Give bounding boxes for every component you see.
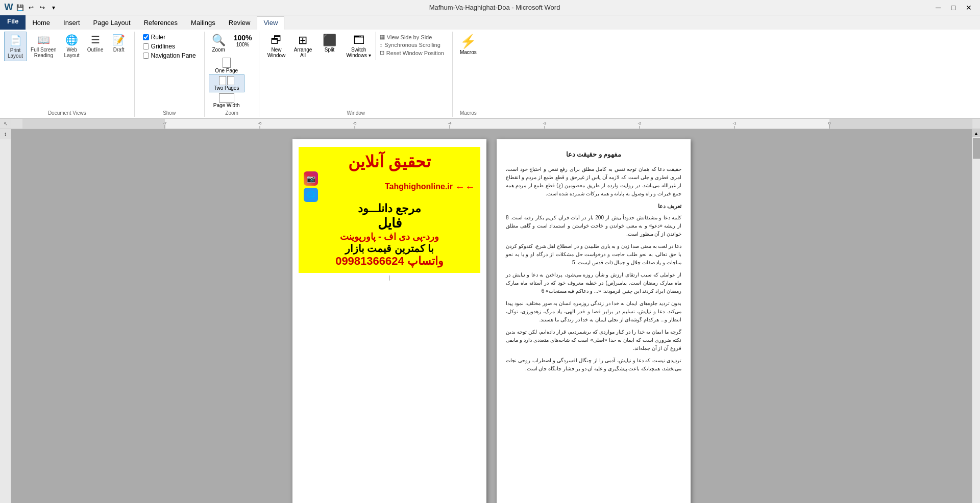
tab-review[interactable]: Review (222, 16, 257, 30)
tab-insert[interactable]: Insert (57, 16, 87, 30)
reset-window-label: Reset Window Position (386, 50, 444, 56)
page1-cursor: | (292, 275, 486, 281)
page2-para7: تردیدی نیست که دعا و نیایش، آدمی را از چ… (506, 357, 681, 373)
title-bar: W 💾 ↩ ↪ ▾ Mafhum-Va-Haghighat-Doa - Micr… (0, 0, 980, 15)
scroll-thumb[interactable] (973, 138, 980, 159)
full-screen-label: Full ScreenReading (31, 47, 57, 58)
minimize-button[interactable]: ─ (931, 3, 945, 13)
document-area[interactable]: تحقیق آنلاین 📷 🌐 ←← Tahghighonline.ir مر… (11, 129, 972, 503)
page2-para2: کلمه دعا و مشتقاتش حدوداً بیش از 200 بار… (506, 214, 681, 238)
banner-title: تحقیق آنلاین (304, 152, 475, 171)
arrange-all-button[interactable]: ⊞ ArrangeAll (290, 32, 315, 60)
new-window-button[interactable]: 🗗 NewWindow (263, 32, 289, 60)
draft-label: Draft (113, 47, 125, 53)
tab-mailings[interactable]: Mailings (184, 16, 222, 30)
page2-title: مفهوم و حقیقت دعا (506, 149, 681, 160)
view-btn-full-screen[interactable]: 📖 Full ScreenReading (28, 32, 60, 60)
two-pages-icon-right (227, 76, 234, 85)
ribbon: File Home Insert Page Layout References … (0, 15, 980, 119)
svg-text:-1: -1 (732, 121, 737, 125)
tab-page-layout[interactable]: Page Layout (87, 16, 137, 30)
zoom-button[interactable]: 🔍 Zoom (209, 32, 229, 55)
ruler-checkbox[interactable] (143, 34, 149, 40)
web-layout-label: WebLayout (64, 47, 80, 58)
sync-scrolling-label: Synchronous Scrolling (384, 42, 440, 48)
view-side-by-side-label: View Side by Side (387, 34, 432, 40)
close-button[interactable]: ✕ (962, 3, 976, 13)
save-icon[interactable]: 💾 (15, 3, 24, 12)
zoom-100-button[interactable]: 100% 100% (231, 32, 255, 55)
redo-icon[interactable]: ↪ (38, 3, 47, 12)
macros-group-label: Macros (457, 109, 480, 117)
one-page-button[interactable]: One Page (209, 57, 244, 74)
web-layout-icon: 🌐 (65, 34, 78, 46)
zoom-icon: 🔍 (212, 34, 226, 47)
right-scrollbar[interactable]: ▲ ▼ (972, 129, 980, 503)
window-label: Window (263, 109, 448, 117)
svg-text:-4: -4 (448, 121, 452, 125)
zoom-100-label: 100% (236, 42, 250, 47)
reset-window-position-item[interactable]: ⊡ Reset Window Position (380, 49, 444, 56)
view-btn-web-layout[interactable]: 🌐 WebLayout (61, 32, 83, 60)
banner-phone-text: 09981366624 واتساپ (304, 255, 475, 268)
switch-windows-button[interactable]: 🗔 SwitchWindows ▾ (343, 32, 374, 60)
show-label: Show (139, 109, 200, 117)
svg-text:-7: -7 (163, 121, 167, 125)
page-view-buttons: One Page Two Pages Page Width (209, 57, 244, 109)
gridlines-checkbox[interactable] (143, 43, 149, 49)
banner-ref-text: مرجع دانلـــود (304, 202, 475, 215)
scroll-up-button[interactable]: ▲ (972, 129, 981, 137)
left-bar-icon[interactable]: ↕ (0, 129, 11, 139)
arrange-all-icon: ⊞ (298, 34, 307, 47)
new-window-label: NewWindow (267, 47, 286, 58)
ruler-corner: ↖ (0, 119, 11, 129)
qa-dropdown-icon[interactable]: ▾ (49, 3, 58, 12)
nav-pane-checkbox[interactable] (143, 53, 149, 59)
split-button[interactable]: ⬛ Split (316, 32, 342, 60)
split-label: Split (325, 47, 334, 53)
undo-icon[interactable]: ↩ (27, 3, 36, 12)
show-items: Ruler Gridlines Navigation Pane (139, 32, 200, 61)
two-pages-button[interactable]: Two Pages (209, 74, 244, 92)
tab-home[interactable]: Home (26, 16, 57, 30)
svg-text:-2: -2 (638, 121, 642, 125)
new-window-icon: 🗗 (271, 34, 282, 47)
two-pages-icon-wrap (219, 76, 234, 85)
zoom-100-icon: 100% (234, 34, 252, 42)
view-btn-outline[interactable]: ☰ Outline (84, 32, 107, 55)
tab-file[interactable]: File (0, 15, 26, 30)
document-views-label: Document Views (4, 109, 130, 117)
page-1: تحقیق آنلاین 📷 🌐 ←← Tahghighonline.ir مر… (292, 139, 486, 503)
group-window: 🗗 NewWindow ⊞ ArrangeAll ⬛ Split 🗔 Switc… (259, 32, 452, 117)
checkbox-gridlines[interactable]: Gridlines (143, 43, 196, 50)
checkbox-ruler[interactable]: Ruler (143, 34, 196, 41)
print-layout-label: PrintLayout (8, 47, 23, 59)
view-side-by-side-item[interactable]: ▦ View Side by Side (380, 34, 444, 40)
arrange-all-label: ArrangeAll (294, 47, 312, 58)
sync-scrolling-item[interactable]: ↕ Synchronous Scrolling (380, 42, 444, 48)
ribbon-tab-bar: File Home Insert Page Layout References … (0, 15, 980, 30)
banner-file-text: فایل (304, 215, 475, 231)
banner-url-row: 📷 🌐 ←← Tahghighonline.ir (304, 171, 475, 202)
window-buttons: 🗗 NewWindow ⊞ ArrangeAll ⬛ Split 🗔 Switc… (263, 32, 448, 60)
view-btn-draft[interactable]: 📝 Draft (108, 32, 130, 55)
page2-section1: تعریف دعا (506, 202, 681, 211)
checkbox-nav-pane[interactable]: Navigation Pane (143, 52, 196, 59)
tab-references[interactable]: References (137, 16, 184, 30)
zoom-items: 🔍 Zoom 100% 100% (209, 32, 255, 55)
maximize-button[interactable]: □ (946, 3, 961, 13)
view-btn-print-layout[interactable]: 📄 PrintLayout (4, 32, 27, 61)
group-document-views: 📄 PrintLayout 📖 Full ScreenReading 🌐 Web… (0, 32, 135, 117)
window-title: Mafhum-Va-Haghighat-Doa - Microsoft Word (58, 4, 931, 11)
tab-view[interactable]: View (257, 16, 284, 30)
macros-button[interactable]: ⚡ Macros (457, 32, 480, 57)
ruler-right-end (972, 119, 980, 129)
page2-para6: گرچه ما ایمان به خدا را در کنار مواردی ک… (506, 328, 681, 353)
group-show: Ruler Gridlines Navigation Pane Show (135, 32, 205, 117)
url-arrow-wrap: ←← Tahghighonline.ir (385, 181, 475, 193)
switch-windows-icon: 🗔 (353, 34, 364, 47)
page-width-button[interactable]: Page Width (209, 92, 244, 109)
sync-scrolling-icon: ↕ (380, 42, 383, 48)
page2-para4: از عواملی که سبب ارتقای ارزش و شأن روزه … (506, 271, 681, 295)
full-screen-icon: 📖 (37, 34, 50, 46)
